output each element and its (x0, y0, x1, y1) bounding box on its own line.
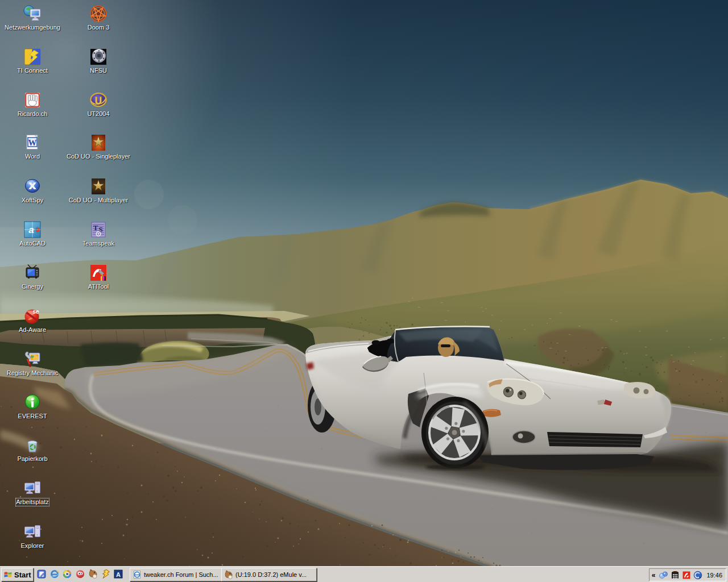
svg-text:se: se (32, 309, 39, 315)
svg-text:A: A (116, 571, 121, 578)
svg-text:T: T (93, 223, 98, 232)
svg-text:W: W (28, 138, 37, 147)
svg-text:a: a (28, 225, 34, 235)
